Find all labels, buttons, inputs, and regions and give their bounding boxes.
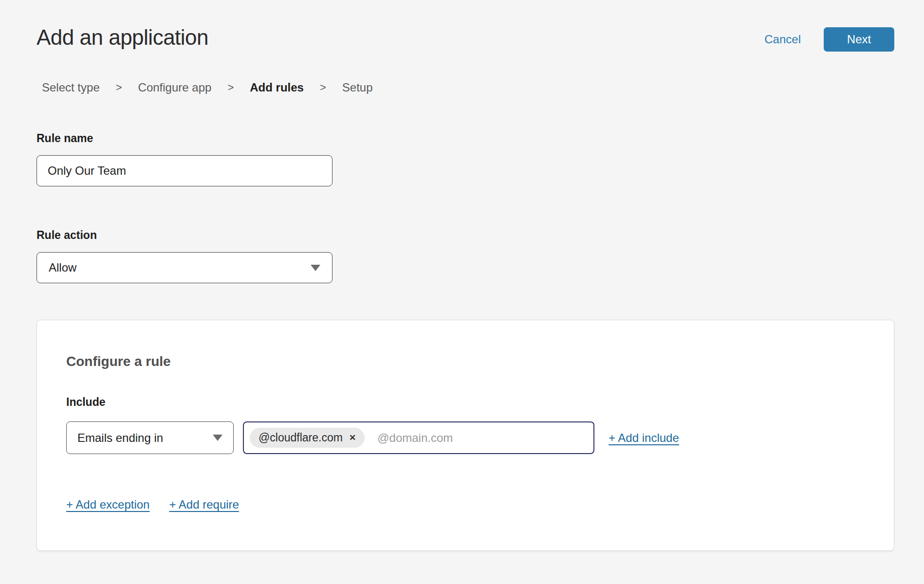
next-button[interactable]: Next [824,27,894,52]
include-value-input[interactable]: @cloudflare.com ✕ @domain.com [243,421,594,454]
configure-rule-card: Configure a rule Include Emails ending i… [37,320,894,551]
configure-rule-title: Configure a rule [66,354,865,369]
rule-action-label: Rule action [37,229,894,242]
email-domain-tag-label: @cloudflare.com [259,431,343,444]
breadcrumb-separator-icon: > [320,81,326,94]
chevron-down-icon [213,435,222,441]
rule-name-label: Rule name [37,132,894,145]
rule-extra-actions: + Add exception + Add require [66,498,865,511]
breadcrumb-separator-icon: > [116,81,122,94]
breadcrumb-step-setup[interactable]: Setup [342,81,373,94]
chevron-down-icon [311,265,320,271]
include-type-selected-value: Emails ending in [77,431,163,445]
breadcrumb-step-configure-app[interactable]: Configure app [138,81,212,94]
breadcrumb-separator-icon: > [227,81,234,94]
cancel-button[interactable]: Cancel [764,33,801,46]
add-include-link[interactable]: + Add include [609,431,679,445]
add-exception-link[interactable]: + Add exception [66,498,149,511]
breadcrumb: Select type > Configure app > Add rules … [42,81,894,94]
header-actions: Cancel Next [764,27,894,52]
rule-name-input[interactable] [37,155,333,186]
include-type-select[interactable]: Emails ending in [66,421,234,454]
rule-action-select[interactable]: Allow [37,252,333,283]
domain-input-placeholder: @domain.com [377,431,453,445]
include-rule-row: Emails ending in @cloudflare.com ✕ @doma… [66,421,865,454]
breadcrumb-step-add-rules[interactable]: Add rules [250,81,304,94]
breadcrumb-step-select-type[interactable]: Select type [42,81,100,94]
include-label: Include [66,396,865,409]
add-require-link[interactable]: + Add require [169,498,239,511]
email-domain-tag: @cloudflare.com ✕ [250,428,365,448]
remove-tag-icon[interactable]: ✕ [349,434,356,442]
add-application-page: Add an application Cancel Next Select ty… [0,0,924,584]
rule-action-selected-value: Allow [49,261,76,274]
page-header: Add an application Cancel Next [37,23,894,52]
page-title: Add an application [37,23,208,51]
